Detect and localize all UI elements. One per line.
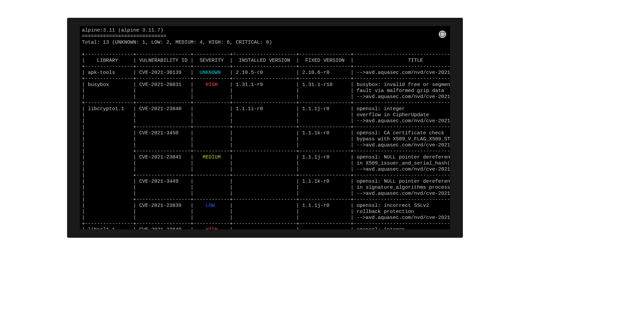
- terminal-output[interactable]: alpine:3.11 (alpine 3.11.7) ============…: [80, 26, 450, 229]
- record-icon[interactable]: [439, 31, 446, 38]
- app-frame: alpine:3.11 (alpine 3.11.7) ============…: [67, 18, 463, 238]
- scan-target: alpine:3.11 (alpine 3.11.7): [82, 28, 163, 33]
- scan-summary: Total: 13 (UNKNOWN: 1, LOW: 2, MEDIUM: 4…: [82, 40, 272, 45]
- target-icon: [440, 32, 445, 37]
